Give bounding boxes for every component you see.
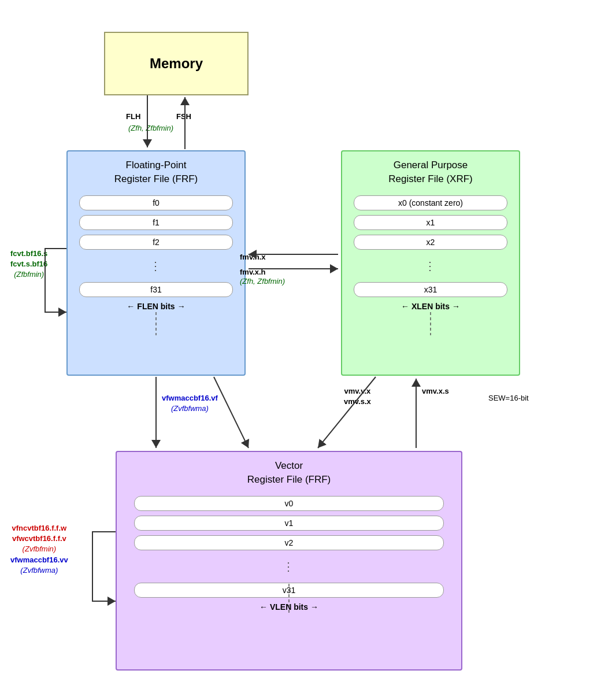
- xlen-label: ←XLEN bits→: [342, 302, 519, 311]
- vfncvtbf16: vfncvtbf16.f.f.w: [10, 523, 68, 534]
- xrf-reg-x1: x1: [354, 215, 507, 230]
- vlen-text: VLEN bits: [270, 602, 308, 612]
- fcvt-bf16-s: fcvt.bf16.s: [10, 249, 47, 259]
- fmv-x-h-ext-label: (Zfh, Zfbfmin): [240, 276, 285, 287]
- xrf-reg-x31: x31: [354, 282, 507, 297]
- vfwcvtbf16: vfwcvtbf16.f.f.v: [10, 534, 68, 544]
- vrf-reg-v2: v2: [134, 535, 444, 550]
- fsh-label: FSH: [176, 112, 191, 122]
- vrf-title: VectorRegister File (FRF): [117, 452, 461, 491]
- frf-registers: f0 f1 f2: [68, 195, 244, 250]
- zfh-zfbfmin-label: (Zfh, Zfbfmin): [128, 123, 173, 134]
- vlen-label: ←VLEN bits→: [117, 602, 461, 612]
- vmv-x-s-label: vmv.x.s: [422, 386, 449, 397]
- frf-reg-f31-container: f31: [68, 282, 244, 297]
- memory-box: Memory: [104, 32, 249, 95]
- frf-reg-f1: f1: [79, 215, 233, 230]
- vfn-labels: vfncvtbf16.f.f.w vfwcvtbf16.f.f.v (Zvfbf…: [10, 523, 68, 576]
- fcvt-labels: fcvt.bf16.s fcvt.s.bf16 (Zfbfmin): [10, 249, 47, 280]
- zvfbfwma2-label: (Zvfbfwma): [10, 565, 68, 576]
- xrf-reg-x0: x0 (constant zero): [354, 195, 507, 210]
- frf-box: Floating-PointRegister File (FRF) f0 f1 …: [66, 150, 246, 376]
- fcvt-s-bf16: fcvt.s.bf16: [10, 259, 47, 269]
- svg-line-11: [214, 377, 249, 448]
- frf-reg-f31: f31: [79, 282, 233, 297]
- vfwmaccbf16-vf-labels: vfwmaccbf16.vf (Zvfbfwma): [162, 393, 218, 414]
- zvfbfwma-label: (Zvfbfwma): [162, 403, 218, 414]
- vrf-box: VectorRegister File (FRF) v0 v1 v2 ⋮ v31…: [116, 451, 462, 671]
- vrf-reg-v31: v31: [134, 583, 444, 598]
- zfbfmin-label: (Zfbfmin): [10, 269, 47, 280]
- memory-label: Memory: [150, 55, 203, 72]
- xrf-registers: x0 (constant zero) x1 x2: [342, 195, 519, 250]
- xrf-reg-x2: x2: [354, 235, 507, 250]
- fmv-h-x-label: fmv.h.x: [240, 252, 266, 262]
- vrf-reg-v1: v1: [134, 516, 444, 531]
- vrf-reg-v0: v0: [134, 496, 444, 511]
- xlen-text: XLEN bits: [411, 302, 450, 311]
- vfwmaccbf16-vf: vfwmaccbf16.vf: [162, 393, 218, 403]
- diagram: Memory Floating-PointRegister File (FRF)…: [0, 0, 597, 700]
- vmv-v-x-label: vmv.v.x vmv.s.x: [344, 386, 371, 407]
- xrf-reg-x31-container: x31: [342, 282, 519, 297]
- vfwmaccbf16-vv: vfwmaccbf16.vv: [10, 555, 68, 565]
- vrf-reg-v31-container: v31: [117, 583, 461, 598]
- vrf-registers: v0 v1 v2: [117, 496, 461, 550]
- xrf-box: General PurposeRegister File (XRF) x0 (c…: [341, 150, 520, 376]
- zvfbfmin-label: (Zvfbfmin): [10, 544, 68, 554]
- frf-reg-f2: f2: [79, 235, 233, 250]
- frf-title: Floating-PointRegister File (FRF): [68, 151, 244, 191]
- flh-label: FLH: [126, 112, 140, 122]
- sew-label: SEW=16-bit: [488, 393, 529, 403]
- xrf-title: General PurposeRegister File (XRF): [342, 151, 519, 191]
- flen-label: ←FLEN bits→: [68, 302, 244, 311]
- flen-text: FLEN bits: [137, 302, 175, 311]
- frf-reg-f0: f0: [79, 195, 233, 210]
